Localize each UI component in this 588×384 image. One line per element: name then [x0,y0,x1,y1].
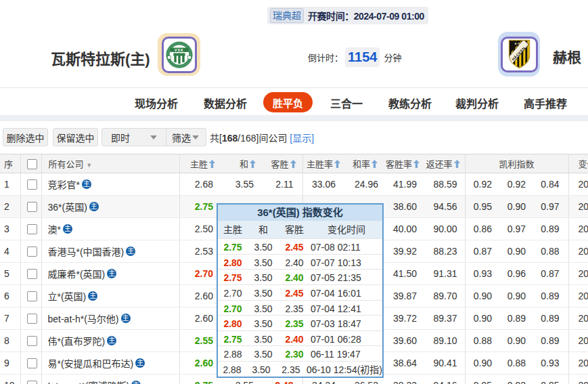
svg-text:VSK: VSK [175,47,184,51]
svg-text:B·K: B·K [514,43,520,45]
